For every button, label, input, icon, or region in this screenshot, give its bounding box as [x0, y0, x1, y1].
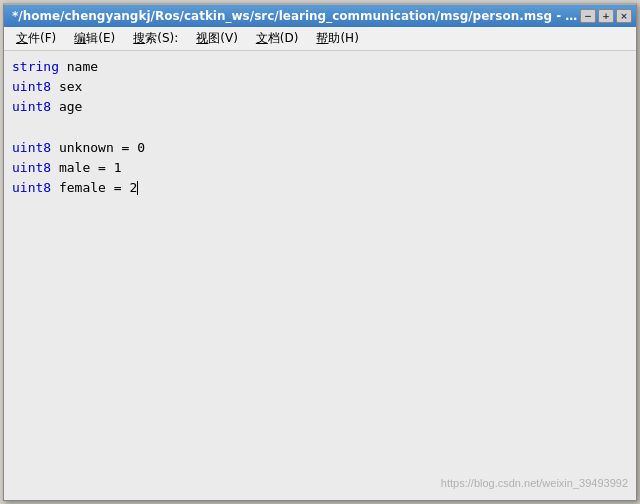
watermark: https://blog.csdn.net/weixin_39493992 [441, 475, 628, 492]
window-title: */home/chengyangkj/Ros/catkin_ws/src/lea… [12, 9, 580, 23]
code-line-4 [12, 117, 628, 137]
code-line-3: uint8 age [12, 97, 628, 117]
menu-view[interactable]: 视图(V) [188, 28, 246, 49]
text-cursor [137, 181, 138, 195]
maximize-button[interactable]: + [598, 9, 614, 23]
title-bar: */home/chengyangkj/Ros/catkin_ws/src/lea… [4, 5, 636, 27]
code-line-1: string name [12, 57, 628, 77]
menu-file[interactable]: 文件(F) [8, 28, 64, 49]
menu-document[interactable]: 文档(D) [248, 28, 307, 49]
minimize-button[interactable]: − [580, 9, 596, 23]
editor-area[interactable]: string name uint8 sex uint8 age uint8 un… [4, 51, 636, 500]
menu-edit[interactable]: 编辑(E) [66, 28, 123, 49]
code-line-7: uint8 female = 2 [12, 178, 628, 198]
menu-help[interactable]: 帮助(H) [308, 28, 366, 49]
code-line-2: uint8 sex [12, 77, 628, 97]
title-bar-buttons: − + × [580, 9, 632, 23]
code-line-5: uint8 unknown = 0 [12, 138, 628, 158]
code-line-6: uint8 male = 1 [12, 158, 628, 178]
main-window: */home/chengyangkj/Ros/catkin_ws/src/lea… [3, 3, 637, 501]
close-button[interactable]: × [616, 9, 632, 23]
menu-search[interactable]: 搜索(S): [125, 28, 186, 49]
menubar: 文件(F) 编辑(E) 搜索(S): 视图(V) 文档(D) 帮助(H) [4, 27, 636, 51]
